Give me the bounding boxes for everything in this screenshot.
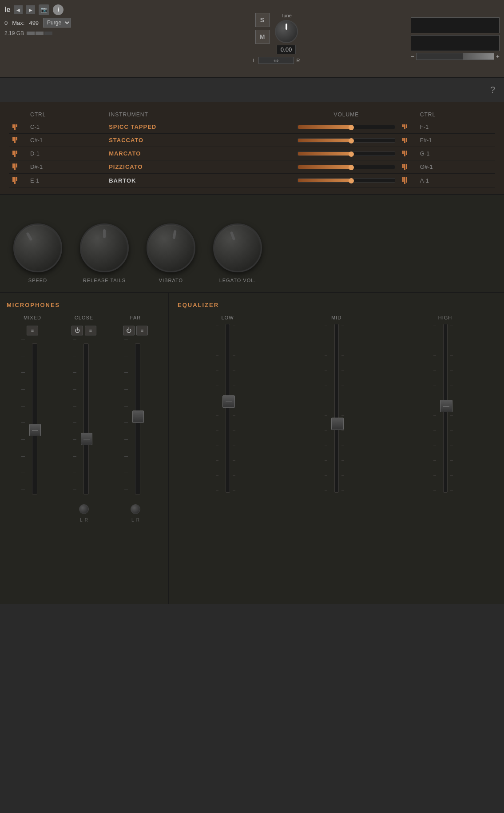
release-tails-knob[interactable] (80, 223, 129, 272)
m-button[interactable]: M (255, 30, 270, 44)
instrument-name-cell[interactable]: SPICC TAPPED (105, 120, 294, 134)
mic-label-mixed: MIXED (24, 315, 41, 320)
mic-power-far[interactable]: ⏻ (123, 326, 135, 335)
ctrl-icon-left[interactable] (9, 120, 27, 134)
mic-list-close[interactable]: ≡ (85, 326, 96, 335)
microphones-title: MICROPHONES (7, 302, 161, 308)
eq-fader-track-low[interactable] (226, 324, 230, 493)
max-value: 499 (29, 20, 39, 26)
volume-slider-cell[interactable] (294, 120, 399, 134)
fader-track-close[interactable] (83, 343, 89, 494)
volume-slider-cell[interactable] (294, 134, 399, 147)
eq-icon-right[interactable] (399, 147, 417, 160)
fader-thumb-close[interactable] (81, 433, 92, 445)
table-row: E-1BARTOK A-1 (9, 174, 495, 187)
nav-prev-button[interactable]: ◀ (14, 5, 23, 14)
question-bar: ? (0, 78, 504, 102)
mic-label-close: CLOSE (75, 315, 93, 320)
camera-icon-button[interactable]: 📷 (39, 4, 49, 15)
volume-slider[interactable] (416, 53, 494, 60)
legato-vol-label: LEGATO VOL. (219, 278, 256, 283)
eq-columns: LOW (178, 315, 495, 493)
volume-slider-cell[interactable] (294, 160, 399, 174)
col-header-eq-icon (399, 109, 417, 120)
eq-icon-right[interactable] (399, 120, 417, 134)
ctrl-note-right: F#-1 (417, 134, 495, 147)
memory-bars (27, 32, 52, 35)
ctrl-icon-left[interactable] (9, 174, 27, 187)
ctrl-icon-left[interactable] (9, 134, 27, 147)
fader-container-mixed (28, 339, 37, 526)
ctrl-icon-left[interactable] (9, 160, 27, 174)
fader-thumb-far[interactable] (132, 410, 144, 423)
info-icon-button[interactable]: i (53, 4, 63, 15)
eq-icon-right[interactable] (399, 134, 417, 147)
bottom-panels: MICROPHONES MIXED ≡ (0, 293, 504, 604)
volume-plus-button[interactable]: + (496, 53, 500, 60)
microphones-panel: MICROPHONES MIXED ≡ (0, 293, 169, 604)
tune-label: Tune (281, 13, 292, 18)
speed-knob[interactable] (13, 223, 62, 272)
pan-knob-far[interactable] (131, 504, 140, 514)
tune-value: 0.00 (277, 45, 296, 54)
mic-columns: MIXED ≡ (7, 315, 161, 526)
lr-labels-far: LR (131, 518, 140, 522)
l-label: L (253, 58, 255, 63)
display-box-2 (411, 35, 500, 51)
instrument-name-cell[interactable]: MARCATO (105, 147, 294, 160)
top-center-panel: S M Tune 0.00 L ⇔ R (147, 0, 406, 77)
legato-vol-knob[interactable] (213, 223, 262, 272)
fader-thumb-mixed[interactable] (29, 424, 41, 436)
release-tails-label: RELEASE TAILS (83, 278, 126, 283)
ctrl-note-left: D-1 (27, 147, 105, 160)
knobs-section: SPEED RELEASE TAILS VIBRATO LEGATO VOL. (0, 195, 504, 293)
volume-slider-cell[interactable] (294, 174, 399, 187)
fader-track-far[interactable] (135, 343, 140, 494)
speed-label: SPEED (28, 278, 47, 283)
instrument-section: CTRL INSTRUMENT VOLUME CTRL C-1SPICC TAP… (0, 102, 504, 195)
ctrl-note-right: G#-1 (417, 160, 495, 174)
display-box-1 (411, 17, 500, 33)
eq-fader-track-high[interactable] (443, 324, 448, 493)
top-bar: le ◀ ▶ 📷 i 0 Max: 499 Purge 2.19 GB (0, 0, 504, 78)
instrument-name: le (4, 6, 10, 14)
purge-select[interactable]: Purge (43, 18, 71, 28)
instrument-name-cell[interactable]: STACCATO (105, 134, 294, 147)
mic-controls-close: ⏻ ≡ (71, 326, 96, 335)
pan-knob-close[interactable] (79, 504, 89, 514)
mic-list-far[interactable]: ≡ (136, 326, 148, 335)
table-row: D#-1PIZZICATO G#-1 (9, 160, 495, 174)
col-header-ctrl-icon-left (9, 109, 27, 120)
mic-col-mixed: MIXED ≡ (7, 315, 58, 526)
max-label: Max: (12, 20, 24, 26)
mic-list-icon-mixed[interactable]: ≡ (27, 326, 38, 335)
eq-label-high: HIGH (438, 315, 452, 320)
eq-icon-right[interactable] (399, 160, 417, 174)
col-header-instrument: INSTRUMENT (105, 109, 294, 120)
ctrl-icon-left[interactable] (9, 147, 27, 160)
mic-power-close[interactable]: ⏻ (71, 326, 83, 335)
ctrl-note-left: C#-1 (27, 134, 105, 147)
nav-next-button[interactable]: ▶ (26, 5, 35, 14)
volume-minus-button[interactable]: − (411, 53, 414, 60)
eq-label-low: LOW (221, 315, 234, 320)
eq-icon-right[interactable] (399, 174, 417, 187)
instrument-table: CTRL INSTRUMENT VOLUME CTRL C-1SPICC TAP… (9, 109, 495, 187)
table-row: C-1SPICC TAPPED F-1 (9, 120, 495, 134)
vibrato-knob[interactable] (147, 223, 195, 272)
speed-knob-group: SPEED (13, 223, 62, 283)
help-button[interactable]: ? (490, 85, 495, 95)
s-button[interactable]: S (255, 13, 270, 27)
ctrl-note-right: F-1 (417, 120, 495, 134)
lr-slider[interactable]: ⇔ (258, 57, 294, 64)
vibrato-knob-group: VIBRATO (147, 223, 195, 283)
eq-col-high: HIGH (395, 315, 495, 493)
table-row: D-1MARCATO G-1 (9, 147, 495, 160)
instrument-name-cell[interactable]: PIZZICATO (105, 160, 294, 174)
tune-knob[interactable] (275, 20, 298, 43)
r-label: R (297, 58, 300, 63)
instrument-name-cell[interactable]: BARTOK (105, 174, 294, 187)
fader-track-mixed[interactable] (32, 343, 37, 494)
volume-slider-cell[interactable] (294, 147, 399, 160)
eq-fader-track-mid[interactable] (334, 324, 339, 493)
